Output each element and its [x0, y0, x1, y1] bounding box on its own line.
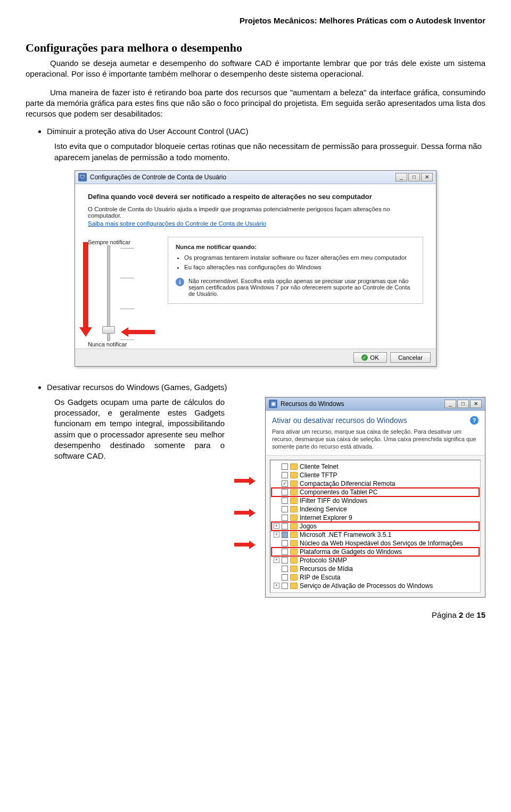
feature-row[interactable]: Componentes do Tablet PC [271, 488, 479, 496]
feature-row[interactable]: Recursos de Mídia [271, 565, 479, 573]
features-title: Recursos do Windows [281, 400, 344, 408]
ok-label: OK [370, 354, 379, 361]
feature-row[interactable]: +Microsoft .NET Framework 3.5.1 [271, 531, 479, 539]
feature-label: Jogos [300, 523, 317, 530]
feature-label: Recursos de Mídia [300, 565, 353, 573]
paragraph-2: Uma maneira de fazer isto é retirando bo… [26, 87, 485, 120]
feature-checkbox[interactable] [282, 540, 288, 546]
feature-label: Compactação Diferencial Remota [300, 480, 395, 487]
expand-toggle[interactable]: + [274, 583, 279, 589]
feature-row[interactable]: Núcleo da Web Hospedável dos Serviços de… [271, 539, 479, 548]
features-titlebar[interactable]: ▣ Recursos do Windows _ □ ✕ [266, 397, 485, 411]
folder-icon [290, 489, 298, 495]
slider-bottom-label: Nunca notificar [88, 341, 127, 347]
feature-checkbox[interactable] [282, 506, 288, 512]
expand-toggle[interactable]: + [274, 523, 279, 529]
feature-checkbox[interactable] [282, 549, 288, 555]
expand-toggle[interactable]: + [274, 557, 279, 563]
ok-check-icon: ✓ [361, 354, 368, 361]
bullet-features-desc: Os Gadgets ocupam uma parte de cálculos … [54, 397, 225, 462]
folder-icon [290, 506, 298, 512]
uac-desc: O Controle de Conta do Usuário ajuda a i… [88, 206, 423, 219]
folder-icon [290, 472, 298, 478]
close-button[interactable]: ✕ [470, 400, 482, 408]
feature-label: Plataforma de Gadgets do Windows [300, 548, 402, 556]
feature-checkbox[interactable] [282, 583, 288, 589]
uac-title: Configurações de Controle de Conta de Us… [90, 173, 226, 181]
feature-label: Microsoft .NET Framework 3.5.1 [300, 531, 392, 538]
features-desc: Para ativar um recurso, marque sua caixa… [272, 428, 479, 451]
window-icon: ▣ [269, 400, 277, 408]
folder-icon [290, 583, 298, 589]
cancel-button[interactable]: Cancelar [390, 352, 431, 363]
annotation-arrow-right-icon [234, 541, 256, 549]
feature-checkbox[interactable] [282, 463, 288, 470]
uac-warning-text: Não recomendável. Escolha esta opção ape… [188, 278, 415, 297]
minimize-button[interactable]: _ [444, 400, 456, 408]
slider-top-label: Sempre notificar [88, 239, 146, 245]
section-title: Configurações para melhora o desempenho [26, 41, 485, 55]
uac-notify-item-2: Eu faço alterações nas configurações do … [184, 264, 415, 270]
expand-toggle [274, 515, 279, 520]
paragraph-1: Quando se deseja aumetar e desempenho do… [26, 58, 485, 80]
features-list[interactable]: Cliente TelnetCliente TFTPCompactação Di… [270, 460, 481, 593]
feature-label: RIP de Escuta [300, 574, 341, 581]
feature-row[interactable]: +Jogos [271, 522, 479, 531]
folder-icon [290, 523, 298, 529]
annotation-arrow-down-icon [81, 242, 90, 337]
folder-icon [290, 498, 298, 504]
shield-icon: 🛡 [78, 173, 87, 181]
feature-row[interactable]: Indexing Service [271, 505, 479, 513]
folder-icon [290, 463, 298, 470]
feature-checkbox[interactable] [282, 532, 288, 538]
expand-toggle [274, 472, 279, 478]
expand-toggle [274, 489, 279, 495]
expand-toggle [274, 463, 279, 469]
help-icon[interactable]: ? [470, 416, 479, 425]
feature-label: Serviço de Ativação de Processos do Wind… [300, 582, 433, 590]
feature-row[interactable]: IFilter TIFF do Windows [271, 496, 479, 505]
bullet-uac: Diminuir a proteção ativa do User Accoun… [47, 127, 485, 136]
ok-button[interactable]: ✓OK [353, 352, 387, 363]
expand-toggle [274, 574, 279, 580]
feature-checkbox[interactable] [282, 498, 288, 504]
uac-titlebar[interactable]: 🛡 Configurações de Controle de Conta de … [75, 171, 436, 184]
feature-checkbox[interactable] [282, 566, 288, 572]
minimize-button[interactable]: _ [395, 173, 407, 181]
close-button[interactable]: ✕ [421, 173, 433, 181]
expand-toggle [274, 498, 279, 503]
expand-toggle[interactable]: + [274, 532, 279, 537]
uac-slider-thumb[interactable] [102, 326, 115, 334]
feature-row[interactable]: Compactação Diferencial Remota [271, 479, 479, 488]
footer-mid: de [463, 610, 476, 619]
feature-checkbox[interactable] [282, 480, 288, 487]
uac-notify-title: Nunca me notificar quando: [176, 244, 415, 250]
feature-checkbox[interactable] [282, 472, 288, 478]
feature-label: Indexing Service [300, 506, 347, 513]
feature-row[interactable]: Plataforma de Gadgets do Windows [271, 548, 479, 556]
feature-row[interactable]: Cliente Telnet [271, 462, 479, 471]
feature-row[interactable]: +Protocolo SNMP [271, 556, 479, 565]
feature-checkbox[interactable] [282, 489, 288, 495]
expand-toggle [274, 480, 279, 486]
feature-checkbox[interactable] [282, 557, 288, 564]
feature-label: Internet Explorer 9 [300, 514, 352, 521]
expand-toggle [274, 549, 279, 554]
uac-learn-more-link[interactable]: Saiba mais sobre configurações do Contro… [88, 220, 266, 227]
feature-checkbox[interactable] [282, 515, 288, 521]
feature-checkbox[interactable] [282, 574, 288, 581]
maximize-button[interactable]: □ [408, 173, 420, 181]
footer-prefix: Página [432, 610, 459, 619]
bullet-features: Desativar recursos do Windows (Games, Ga… [47, 383, 485, 392]
feature-row[interactable]: Cliente TFTP [271, 471, 479, 479]
annotation-arrow-left-icon [121, 327, 155, 337]
feature-row[interactable]: +Serviço de Ativação de Processos do Win… [271, 582, 479, 590]
maximize-button[interactable]: □ [457, 400, 469, 408]
feature-row[interactable]: RIP de Escuta [271, 573, 479, 582]
feature-row[interactable]: Internet Explorer 9 [271, 513, 479, 522]
features-heading: Ativar ou desativar recursos do Windows [272, 416, 407, 425]
feature-checkbox[interactable] [282, 523, 288, 529]
uac-window: 🛡 Configurações de Controle de Conta de … [75, 170, 436, 367]
feature-label: Núcleo da Web Hospedável dos Serviços de… [300, 540, 463, 547]
uac-slider-column: Sempre notificar Nunca notificar [88, 237, 146, 341]
